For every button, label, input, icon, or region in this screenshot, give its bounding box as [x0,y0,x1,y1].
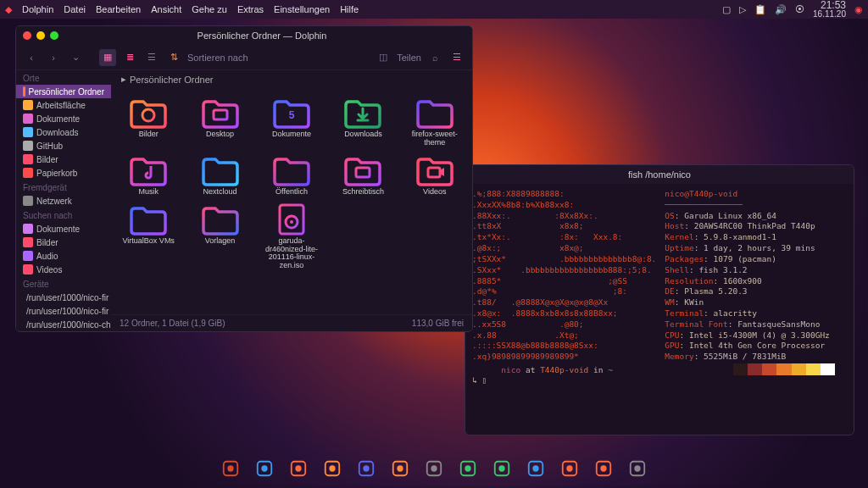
sidebar-item[interactable]: Persönlicher Ordner [16,85,111,98]
sort-button[interactable]: ⇅ [165,49,182,66]
dock-monitor[interactable] [557,456,582,481]
menu-extras[interactable]: Extras [237,4,264,15]
folder-icon [23,196,33,206]
sidebar-item[interactable]: Videos [16,263,111,276]
svg-rect-5 [280,205,303,234]
sidebar-item[interactable]: /run/user/1000/nico-fir [16,304,111,318]
folder-label: Desktop [206,130,234,139]
folder-item[interactable]: VirtualBox VMs [114,202,182,273]
sidebar-item[interactable]: Audio [16,249,111,263]
dock-telegram[interactable] [252,456,277,481]
folder-item[interactable]: Desktop [186,95,253,149]
folder-icon [23,127,33,137]
dock-terminal[interactable] [286,456,311,481]
share-label[interactable]: Teilen [397,53,421,63]
folder-item[interactable]: garuda-dr460nized-lite-201116-linux-zen.… [258,202,326,273]
sidebar-item-label: Netzwerk [36,197,72,206]
sidebar-item-label: Bilder [36,238,58,247]
folder-icon [415,97,455,129]
sidebar-item[interactable]: Arbeitsfläche [16,98,111,112]
hamburger-menu-button[interactable]: ☰ [448,49,465,66]
dock-element[interactable] [455,456,481,481]
folder-icon [23,251,33,261]
sidebar-item[interactable]: Dokumente [16,112,111,125]
menu-einstellungen[interactable]: Einstellungen [274,4,330,15]
nav-back-button[interactable]: ‹ [23,49,40,66]
app-icon: ◆ [5,4,12,15]
dock-firefox[interactable] [320,456,345,481]
dolphin-toolbar: ‹ › ⌄ ▦ ≣ ☰ ⇅ Sortieren nach ◫ Teilen ⌕ … [16,45,472,70]
dock-discord[interactable] [353,456,379,481]
sidebar-item[interactable]: Downloads [16,125,111,139]
status-right: 113,0 GiB frei [412,319,464,328]
folder-item[interactable]: Bilder [114,95,182,149]
sidebar-section-title: Orte [16,70,111,85]
tray-session-icon[interactable]: ◉ [854,4,863,15]
breadcrumb[interactable]: ▸ Persönlicher Ordner [111,70,472,88]
menu-hilfe[interactable]: Hilfe [340,4,359,15]
folder-item[interactable]: Öffentlich [258,152,326,198]
window-minimize-button[interactable] [36,31,45,40]
folder-item[interactable]: Vorlagen [186,202,253,273]
folder-item[interactable]: Schreibtisch [329,152,397,198]
split-view-button[interactable]: ◫ [375,49,392,66]
sidebar-item[interactable]: Netzwerk [16,194,111,208]
nav-forward-button[interactable]: › [45,49,62,66]
view-icons-button[interactable]: ▦ [99,49,116,66]
sidebar-item[interactable]: Papierkorb [16,166,111,180]
sort-label[interactable]: Sortieren nach [187,53,248,63]
folder-item[interactable]: Videos [401,152,469,198]
color-palette [733,363,835,375]
view-compact-button[interactable]: ≣ [121,49,138,66]
folder-item[interactable]: Nextcloud [186,152,253,198]
nav-history-dropdown[interactable]: ⌄ [67,49,84,66]
sidebar-item-label: Downloads [36,128,78,137]
sidebar-item[interactable]: /run/user/1000/nico-ch [16,318,111,331]
search-button[interactable]: ⌕ [426,49,443,66]
dock-files[interactable] [387,456,413,481]
window-maximize-button[interactable] [50,31,58,40]
menu-app[interactable]: Dolphin [22,4,53,15]
tray-media-icon[interactable]: ▷ [739,4,746,15]
dock-wave[interactable] [523,456,548,481]
folder-item[interactable]: 5Dokumente [258,95,326,149]
sidebar-item[interactable]: GitHub [16,139,111,152]
tray-wifi-icon[interactable]: ⦿ [795,4,804,14]
sidebar-item[interactable]: Bilder [16,152,111,166]
folder-item[interactable]: firefox-sweet-theme [401,95,469,149]
dock-github[interactable] [421,456,447,481]
dolphin-titlebar[interactable]: Persönlicher Ordner — Dolphin [16,26,472,45]
sidebar-item[interactable]: Bilder [16,236,111,249]
folder-item[interactable]: Musik [114,152,182,198]
menu-ansicht[interactable]: Ansicht [151,4,181,15]
status-left: 12 Ordner, 1 Datei (1,9 GiB) [120,319,225,328]
folder-icon [128,154,169,186]
tray-clipboard-icon[interactable]: 📋 [754,4,766,15]
svg-point-31 [600,465,606,471]
dock-garuda[interactable] [218,456,243,481]
shell-prompt[interactable]: nico at T440p-void in ~↳ ▯ [472,354,613,397]
menu-datei[interactable]: Datei [64,4,86,15]
folder-icon [342,97,383,129]
tray-volume-icon[interactable]: 🔊 [775,4,787,15]
sidebar-item[interactable]: Dokumente [16,222,111,236]
window-close-button[interactable] [23,31,31,40]
sidebar-item-label: Dokumente [36,225,80,234]
clock[interactable]: 21:53 16.11.20 [813,0,846,19]
menu-bearbeiten[interactable]: Bearbeiten [96,4,141,15]
sidebar-item-label: Videos [36,265,62,274]
folder-item[interactable]: Downloads [329,95,397,149]
menu-gehezu[interactable]: Gehe zu [192,4,227,15]
sidebar-item-label: Arbeitsfläche [36,101,86,110]
dock-spotify[interactable] [489,456,515,481]
dock-clock[interactable] [625,456,650,481]
dock-settings[interactable] [591,456,616,481]
folder-label: Bilder [139,130,159,139]
sidebar-item[interactable]: /run/user/1000/nico-fir [16,291,111,304]
terminal-titlebar[interactable]: fish /home/nico [465,165,854,184]
tray-display-icon[interactable]: ▢ [722,4,731,15]
folder-label: Öffentlich [275,188,308,197]
folder-icon [23,154,33,164]
terminal-body[interactable]: .%;888:X8889888888: .XxxXX%8b8:b%Xb88xx8… [465,184,854,435]
view-details-button[interactable]: ☰ [143,49,160,66]
